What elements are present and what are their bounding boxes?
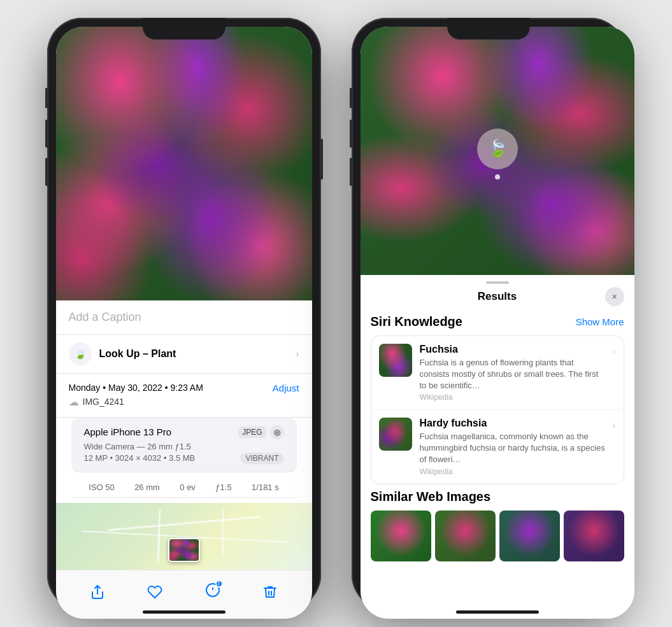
camera-section: Apple iPhone 13 Pro JPEG ◎ Wide Camera —… [71,418,297,472]
similar-image-2[interactable] [435,511,496,561]
knowledge-desc-hardy: Fuchsia magellanica, commonly known as t… [420,431,605,466]
right-phone: 🍃 Results × Siri Knowledge Show [352,18,626,610]
sheet-handle [486,281,509,284]
meta-section: Monday • May 30, 2022 • 9:23 AM Adjust ☁… [56,374,312,418]
meta-filename: IMG_4241 [83,397,124,407]
siri-knowledge-title: Siri Knowledge [371,314,462,329]
right-home-indicator [456,610,539,614]
exif-aperture: ƒ1.5 [215,483,231,492]
caption-area[interactable]: Add a Caption [56,300,312,335]
camera-name: Apple iPhone 13 Pro [84,426,172,437]
siri-knowledge-header: Siri Knowledge Show More [371,314,624,329]
right-vol-down-button[interactable] [350,158,352,186]
lookup-row[interactable]: 🍃 Look Up – Plant › [56,335,312,374]
knowledge-source-hardy: Wikipedia [420,467,605,476]
cloud-icon: ☁ [69,396,79,408]
results-close-button[interactable]: × [605,287,624,306]
resolution: 12 MP • 3024 × 4032 • 3.5 MB [84,453,196,463]
location-icon: ◎ [270,425,284,439]
map-area[interactable] [56,503,312,570]
right-vol-up-button[interactable] [350,120,352,148]
exif-ev: 0 ev [180,483,196,492]
knowledge-name-fuchsia: Fuchsia [420,344,605,355]
power-button[interactable] [320,139,323,180]
show-more-button[interactable]: Show More [576,316,624,327]
fuchsia-photo [56,27,312,300]
silent-button[interactable] [45,88,48,108]
results-content: Siri Knowledge Show More Fuchsia Fuchsia… [361,309,634,619]
hardy-thumb [379,418,412,451]
vibrant-badge: VIBRANT [240,453,283,464]
vol-up-button[interactable] [45,120,48,148]
trash-button[interactable] [256,578,284,606]
results-header: Results × [361,286,634,309]
meta-date: Monday • May 30, 2022 • 9:23 AM [69,383,203,393]
siri-dot [495,174,500,180]
results-title: Results [478,290,517,303]
photo-display [56,27,312,300]
similar-image-3[interactable] [499,511,560,561]
similar-image-4[interactable] [564,511,624,561]
caption-placeholder[interactable]: Add a Caption [69,311,141,323]
knowledge-desc-fuchsia: Fuchsia is a genus of flowering plants t… [420,357,605,392]
knowledge-name-hardy: Hardy fuchsia [420,418,605,429]
knowledge-text-fuchsia: Fuchsia Fuchsia is a genus of flowering … [420,344,605,402]
similar-header: Similar Web Images [371,490,624,504]
similar-title: Similar Web Images [371,490,491,504]
knowledge-item-hardy[interactable]: Hardy fuchsia Fuchsia magellanica, commo… [371,410,624,484]
exif-row: ISO 50 26 mm 0 ev ƒ1.5 1/181 s [71,477,297,498]
similar-image-1[interactable] [371,511,431,561]
heart-button[interactable] [141,578,169,606]
right-silent-button[interactable] [350,88,352,108]
vol-down-button[interactable] [45,158,48,186]
lookup-icon-circle: 🍃 [69,342,92,365]
knowledge-chevron-icon-1: › [613,346,616,356]
left-screen: Add a Caption 🍃 Look Up – Plant › Monday… [56,27,312,619]
exif-focal: 26 mm [134,483,160,492]
left-phone: Add a Caption 🍃 Look Up – Plant › Monday… [47,18,321,610]
lookup-label: Look Up – Plant [99,348,176,360]
knowledge-chevron-icon-2: › [613,420,616,430]
camera-spec: Wide Camera — 26 mm ƒ1.5 [84,442,284,451]
info-button[interactable] [199,578,227,606]
svg-rect-5 [218,584,219,586]
knowledge-card: Fuchsia Fuchsia is a genus of flowering … [371,335,624,484]
lookup-chevron-icon: › [296,349,299,359]
jpeg-badge: JPEG [238,426,266,438]
exif-iso: ISO 50 [89,483,114,492]
knowledge-item-fuchsia[interactable]: Fuchsia Fuchsia is a genus of flowering … [371,336,624,411]
adjust-button[interactable]: Adjust [273,383,299,393]
camera-badges: JPEG ◎ [238,425,283,439]
share-button[interactable] [83,578,111,606]
home-indicator [143,610,225,614]
similar-section: Similar Web Images [371,490,624,561]
siri-vision-button[interactable]: 🍃 [477,129,518,169]
fuchsia-thumb [379,344,412,377]
knowledge-source-fuchsia: Wikipedia [420,393,605,402]
exif-shutter: 1/181 s [252,483,279,492]
svg-point-4 [218,582,220,583]
knowledge-text-hardy: Hardy fuchsia Fuchsia magellanica, commo… [420,418,605,476]
right-screen: 🍃 Results × Siri Knowledge Show [361,27,634,619]
leaf-icon: 🍃 [74,348,87,360]
results-sheet: Results × Siri Knowledge Show More [361,275,634,619]
right-photo-display: 🍃 [361,27,634,275]
phones-container: Add a Caption 🍃 Look Up – Plant › Monday… [47,18,626,610]
similar-images-row [371,511,624,561]
